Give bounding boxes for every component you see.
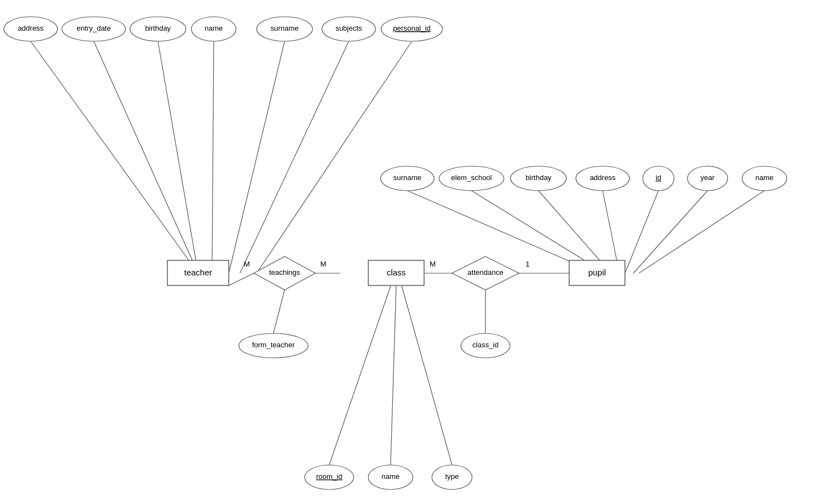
svg-line-18 [402,286,452,465]
svg-line-13 [633,191,708,273]
rel-teachings-label: teachings [269,268,300,277]
svg-line-16 [329,286,391,465]
card-attendance-pupil: 1 [526,260,530,268]
attr-subjects-label: subjects [335,24,362,32]
svg-line-5 [240,41,349,273]
attr-type-label: type [445,472,459,481]
card-teacher-teachings: M [244,260,250,268]
attr-birthday-pupil-label: birthday [526,173,552,182]
attr-form-teacher-label: form_teacher [252,341,295,349]
rel-attendance-label: attendance [468,268,503,277]
svg-line-0 [31,41,198,273]
attr-id-pupil-label: id [656,173,661,182]
attr-elem-school-label: elem_school [451,173,492,182]
attr-birthday-teacher-label: birthday [145,24,171,32]
attr-entry-date-label: entry_date [76,24,110,32]
attr-address-pupil-label: address [590,173,616,182]
svg-line-4 [229,41,285,273]
svg-line-17 [391,286,396,465]
attr-surname-teacher-label: surname [271,24,299,32]
svg-line-14 [639,191,764,273]
card-teachings-class: M [320,260,326,268]
svg-line-8 [407,191,597,273]
svg-line-7 [273,290,285,333]
attr-name-teacher-label: name [205,24,223,32]
entity-pupil-label: pupil [588,268,606,277]
svg-line-19 [229,273,254,285]
entity-teacher-label: teacher [184,268,212,277]
entity-class-label: class [387,268,406,277]
svg-line-3 [212,41,214,273]
svg-line-1 [94,41,198,273]
attr-address-teacher-label: address [18,24,44,32]
card-class-attendance: M [430,260,436,268]
attr-room-id-label: room_id [316,472,343,481]
attr-surname-pupil-label: surname [393,173,422,182]
svg-line-2 [158,41,198,273]
attr-year-label: year [700,173,715,182]
attr-personal-id-label: personal_id [393,24,430,32]
svg-line-12 [625,191,658,273]
attr-class-id-label: class_id [473,341,499,349]
attr-name-class-label: name [382,472,400,481]
attr-name-pupil-label: name [756,173,774,182]
svg-line-6 [257,41,412,273]
